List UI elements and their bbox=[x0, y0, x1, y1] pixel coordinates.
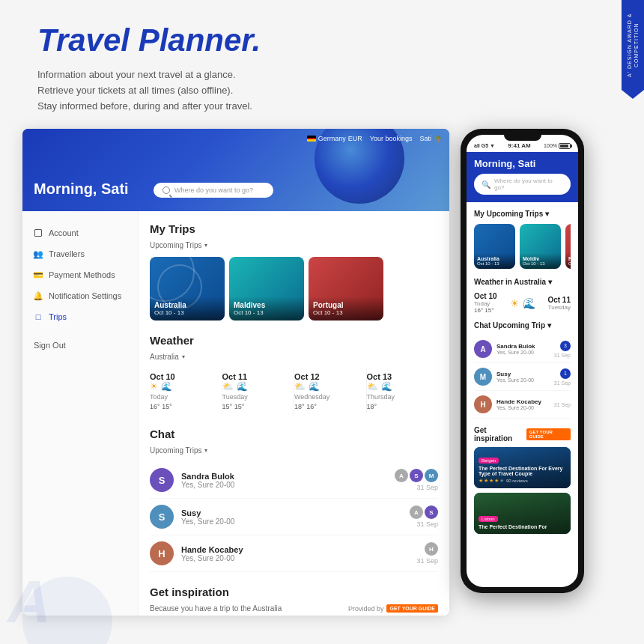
phone-chat-info: Susy Yes, Sure 20-00 bbox=[496, 371, 550, 383]
weather-icons: ☀ 🌊 bbox=[150, 381, 222, 392]
weather-date: Oct 11 bbox=[222, 372, 294, 381]
trips-icon: □ bbox=[34, 312, 43, 321]
phone-search-placeholder: Where do you want to go? bbox=[494, 177, 563, 191]
phone-inspiration-card-2[interactable]: Lisbon The Perfect Destination For bbox=[474, 493, 571, 534]
chevron-down-icon: ▾ bbox=[204, 242, 207, 249]
star-icon: ★ bbox=[494, 478, 499, 484]
phone-chat-info: Sandra Bulok Yes, Sure 20-00 bbox=[496, 343, 550, 355]
sidebar-item-signout[interactable]: Sign Out bbox=[22, 335, 138, 356]
search-icon: 🔍 bbox=[482, 180, 490, 189]
desktop-body: Account 👥 Travellers 💳 Payment Methods bbox=[22, 211, 449, 616]
sun-icon: ⛅ bbox=[294, 381, 306, 392]
trip-card-overlay: Portugal Oct 10 - 13 bbox=[309, 297, 383, 321]
sidebar-item-account[interactable]: Account bbox=[22, 222, 138, 243]
phone-trip-dates: Oct 10 - bbox=[568, 261, 571, 266]
subtitle-line3: Stay informed before, during and after y… bbox=[37, 99, 607, 115]
weather-label: Tuesday bbox=[222, 393, 294, 401]
trip-card-name: Portugal bbox=[313, 301, 379, 309]
chat-avatars-row: A S M bbox=[395, 469, 438, 482]
trip-card-portugal[interactable]: Portugal Oct 10 - 13 bbox=[309, 257, 383, 321]
weather-day-oct10: Oct 10 ☀ 🌊 Today 16° 15° bbox=[150, 368, 222, 414]
phone-chat-name: Susy bbox=[496, 371, 550, 377]
trips-filter[interactable]: Upcoming Trips ▾ bbox=[150, 241, 438, 249]
weather-icons: ⛅ 🌊 bbox=[367, 381, 439, 392]
award-badge: A' DESIGN AWARD & COMPETITION bbox=[622, 0, 644, 90]
trip-card-maldives[interactable]: Maldives Oct 10 - 13 bbox=[229, 257, 304, 321]
weather-day-oct12: Oct 12 ⛅ 🌊 Wednesday 18° 16° bbox=[294, 368, 367, 414]
star-icon: ★ bbox=[479, 478, 483, 484]
sun-icon: ☀ bbox=[510, 297, 520, 309]
trips-row: Australia Oct 10 - 13 Maldives Oct 10 - … bbox=[150, 257, 438, 321]
phone-trip-card-port[interactable]: Port Oct 10 - bbox=[565, 224, 571, 269]
phone-trips-row: Australia Oct 10 - 13 Moldiv Oct 10 - 13 bbox=[474, 224, 571, 269]
phone-inspiration-card-1[interactable]: Bergen The Perfect Destination For Every… bbox=[474, 447, 571, 488]
trip-card-australia[interactable]: Australia Oct 10 - 13 bbox=[150, 257, 225, 321]
sidebar-item-trips[interactable]: □ Trips bbox=[22, 306, 138, 327]
weather-location[interactable]: Australia ▾ bbox=[150, 353, 438, 361]
sidebar-item-travellers[interactable]: 👥 Travellers bbox=[22, 243, 138, 264]
chat-preview: Yes, Sure 20-00 bbox=[181, 481, 387, 489]
chat-preview: Yes, Sure 20-00 bbox=[181, 517, 402, 526]
sun-icon: ⛅ bbox=[222, 381, 234, 392]
avatar: H bbox=[474, 395, 492, 413]
avatar-sm: S bbox=[425, 505, 438, 519]
phone-trip-name: Australia bbox=[477, 256, 512, 261]
phone-weather-label: Today bbox=[474, 300, 497, 307]
phone-chat-preview: Yes, Sure 20-00 bbox=[496, 405, 550, 410]
chat-name: Sandra Bulok bbox=[181, 472, 387, 481]
phone-trip-card-australia[interactable]: Australia Oct 10 - 13 bbox=[474, 224, 515, 269]
chevron-down-icon: ▾ bbox=[204, 447, 207, 454]
phone-chat-info: Hande Kocabey Yes, Sure 20-00 bbox=[496, 398, 550, 410]
phone-trip-overlay: Port Oct 10 - bbox=[565, 253, 571, 269]
phone-chat-item-hande[interactable]: H Hande Kocabey Yes, Sure 20-00 31 Sep bbox=[474, 391, 571, 419]
weather-day-oct13: Oct 13 ⛅ 🌊 Thursday 18° bbox=[367, 368, 439, 414]
phone-weather-date: Oct 10 bbox=[474, 292, 497, 300]
phone-mockup: all G5 ▼ 9:41 AM 100% Morning, Sati 🔍 bbox=[461, 129, 592, 616]
avatar: M bbox=[474, 368, 492, 386]
weather-day-oct11: Oct 11 ⛅ 🌊 Tuesday 15° 15° bbox=[222, 368, 295, 414]
phone-search-bar[interactable]: 🔍 Where do you want to go? bbox=[474, 174, 571, 195]
phone-chat-preview: Yes, Sure 20-00 bbox=[496, 350, 550, 355]
search-icon bbox=[162, 186, 170, 194]
phone-trip-card-maldiv[interactable]: Moldiv Oct 10 - 13 bbox=[520, 224, 561, 269]
phone-app-header: Morning, Sati 🔍 Where do you want to go? bbox=[467, 152, 578, 202]
phone-greeting: Morning, Sati bbox=[474, 158, 571, 169]
phone-chat-meta: 3 31 Sep bbox=[554, 341, 571, 358]
phone-weather-temps: 16° 15° bbox=[474, 307, 497, 314]
trip-card-overlay: Australia Oct 10 - 13 bbox=[150, 297, 225, 321]
subtitle-line2: Retrieve your tickets at all times (also… bbox=[37, 83, 607, 99]
chat-filter[interactable]: Upcoming Trips ▾ bbox=[150, 446, 438, 455]
germany-flag-icon bbox=[307, 136, 316, 142]
phone-trip-overlay: Australia Oct 10 - 13 bbox=[474, 253, 515, 269]
weather-label: Wednesday bbox=[294, 393, 366, 401]
reviews-count: 90 reviews bbox=[506, 479, 528, 483]
nav-country[interactable]: Germany EUR bbox=[307, 135, 362, 142]
inspiration-title: The Perfect Destination For bbox=[479, 524, 566, 529]
phone-weather-right: Oct 11 Tuesday bbox=[547, 296, 571, 311]
chat-item-sandra[interactable]: S Sandra Bulok Yes, Sure 20-00 A S M 31 … bbox=[150, 462, 438, 499]
provider-label: Provided by bbox=[348, 605, 384, 613]
travellers-icon: 👥 bbox=[34, 249, 43, 258]
chat-time: 31 Sep bbox=[410, 520, 438, 528]
phone-trip-dates: Oct 10 - 13 bbox=[523, 261, 558, 266]
avatar-sm: S bbox=[410, 469, 423, 482]
avatar: H bbox=[150, 541, 174, 565]
nav-bookings[interactable]: Your bookings bbox=[370, 135, 413, 142]
avatar-sm: M bbox=[425, 469, 438, 482]
sidebar-item-payment[interactable]: 💳 Payment Methods bbox=[22, 264, 138, 285]
desktop-greeting: Morning, Sati bbox=[34, 180, 129, 198]
sidebar-item-notifications[interactable]: 🔔 Notification Settings bbox=[22, 285, 138, 306]
stars-row: ★ ★ ★ ★ ★ 90 reviews bbox=[479, 478, 566, 484]
phone-chat-item-susy[interactable]: M Susy Yes, Sure 20-00 1 31 Sep bbox=[474, 363, 571, 391]
phone-chat-item-sandra[interactable]: A Sandra Bulok Yes, Sure 20-00 3 31 Sep bbox=[474, 335, 571, 363]
desktop-search-bar[interactable]: Where do you want to go? bbox=[154, 183, 273, 198]
inspiration-section-title: Get inspiration bbox=[150, 586, 438, 598]
phone-content: My Upcoming Trips ▾ Australia Oct 10 - 1… bbox=[467, 202, 578, 565]
avatar-sm: H bbox=[425, 542, 438, 556]
weather-label: Thursday bbox=[367, 393, 439, 401]
chat-badge: 3 bbox=[560, 341, 571, 351]
subtitle: Information about your next travel at a … bbox=[37, 67, 607, 114]
nav-user[interactable]: Sati 🌴 bbox=[419, 135, 442, 142]
chat-item-susy[interactable]: S Susy Yes, Sure 20-00 A S 31 Sep bbox=[150, 499, 438, 535]
chat-item-hande[interactable]: H Hande Kocabey Yes, Sure 20-00 H 31 Sep bbox=[150, 535, 438, 572]
